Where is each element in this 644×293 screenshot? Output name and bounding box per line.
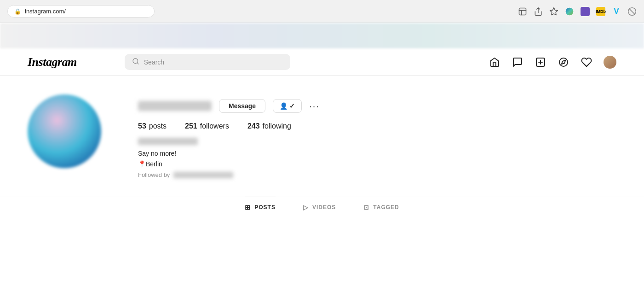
imdb-label: IMDb	[596, 9, 606, 14]
tagged-tab-icon: ⊡	[363, 204, 369, 211]
followed-by-row: Followed by	[138, 171, 616, 178]
disable-icon[interactable]	[627, 7, 637, 16]
url-text: instagram.com/	[25, 8, 66, 15]
create-icon[interactable]	[535, 56, 546, 68]
follow-button[interactable]: 👤 ✓	[273, 99, 302, 113]
address-bar[interactable]: 🔒 instagram.com/	[7, 5, 155, 18]
profile-banner	[0, 23, 644, 48]
ig-nav	[489, 56, 616, 69]
search-icon	[132, 58, 139, 66]
user-avatar[interactable]	[604, 56, 616, 69]
tagged-tab-label: TAGGED	[373, 204, 399, 211]
instagram-logo: Instagram	[28, 55, 77, 69]
extension-icon-2[interactable]: IMDb	[596, 7, 605, 16]
followed-by-label: Followed by	[138, 171, 170, 178]
following-label: following	[263, 122, 291, 130]
messenger-icon[interactable]	[512, 56, 523, 68]
videos-tab-label: VIDEOS	[312, 204, 336, 211]
translate-icon[interactable]	[518, 7, 527, 16]
svg-marker-1	[550, 7, 558, 15]
share-icon[interactable]	[534, 7, 543, 16]
follow-person-icon: 👤	[280, 102, 288, 110]
svg-rect-0	[519, 8, 526, 15]
explore-icon[interactable]	[558, 56, 569, 68]
search-placeholder: Search	[144, 59, 164, 66]
posts-count: 53	[138, 122, 146, 130]
profile-top-row: Message 👤 ✓ ···	[138, 99, 616, 113]
message-button[interactable]: Message	[219, 99, 265, 113]
profile-name-blurred	[138, 138, 198, 145]
profile-tabs: ⊞ POSTS ▷ VIDEOS ⊡ TAGGED	[0, 197, 644, 217]
follow-check-icon: ✓	[289, 102, 295, 110]
posts-tab-icon: ⊞	[245, 204, 251, 211]
posts-stat[interactable]: 53 posts	[138, 122, 167, 130]
more-options-button[interactable]: ···	[309, 101, 320, 111]
profile-location: 📍Berlin	[138, 160, 616, 168]
svg-marker-11	[562, 60, 565, 64]
posts-label: posts	[149, 122, 167, 130]
posts-tab-label: POSTS	[254, 204, 276, 211]
profile-stats: 53 posts 251 followers 243 following	[138, 122, 616, 130]
svg-line-4	[629, 9, 635, 14]
followers-stat[interactable]: 251 followers	[185, 122, 229, 130]
profile-avatar-wrap	[28, 94, 101, 168]
lock-icon: 🔒	[14, 8, 21, 15]
ig-header: Instagram Search	[0, 48, 644, 76]
profile-username-blurred	[138, 101, 212, 111]
followers-label: followers	[200, 122, 229, 130]
followers-count: 251	[185, 122, 197, 130]
svg-line-6	[137, 63, 138, 64]
tab-posts[interactable]: ⊞ POSTS	[245, 197, 276, 217]
svg-point-10	[559, 58, 568, 66]
vimeo-icon[interactable]: V	[612, 7, 621, 16]
tab-tagged[interactable]: ⊡ TAGGED	[363, 197, 399, 217]
edge-icon[interactable]	[565, 7, 574, 16]
browser-actions: IMDb V	[518, 7, 637, 16]
browser-bar: 🔒 instagram.com/ IMDb V	[0, 0, 644, 23]
videos-tab-icon: ▷	[303, 204, 309, 211]
bookmark-icon[interactable]	[549, 7, 558, 16]
profile-bio: Say no more!	[138, 149, 616, 158]
extension-icon-1[interactable]	[581, 7, 590, 16]
notifications-icon[interactable]	[581, 56, 592, 68]
profile-avatar	[28, 94, 101, 168]
following-count: 243	[247, 122, 260, 130]
profile-info: Message 👤 ✓ ··· 53 posts 251 followers 2…	[138, 94, 616, 178]
home-icon[interactable]	[489, 56, 500, 68]
profile-container: Message 👤 ✓ ··· 53 posts 251 followers 2…	[0, 76, 644, 178]
search-bar[interactable]: Search	[125, 54, 290, 70]
svg-point-2	[566, 7, 574, 15]
following-stat[interactable]: 243 following	[247, 122, 291, 130]
tab-videos[interactable]: ▷ VIDEOS	[303, 197, 336, 217]
followed-by-username-blurred	[173, 172, 233, 178]
